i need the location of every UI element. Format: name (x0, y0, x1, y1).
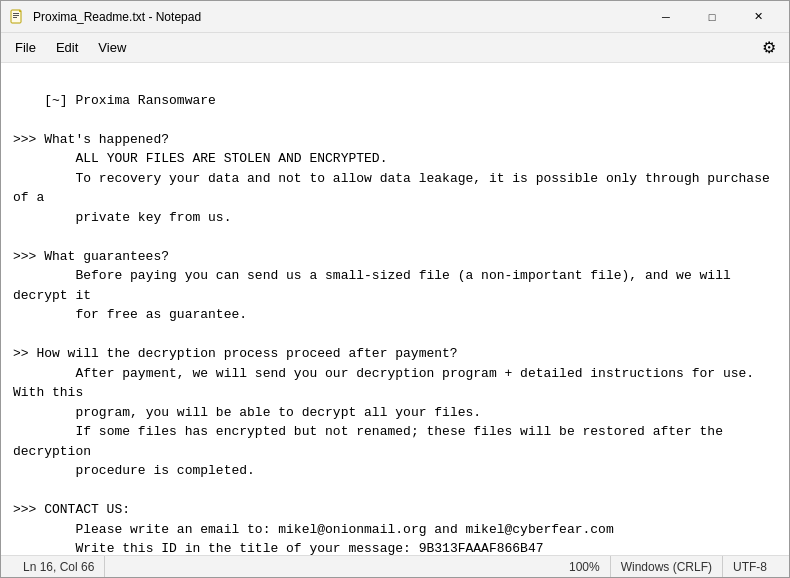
settings-icon[interactable]: ⚙ (753, 34, 785, 62)
window-controls: ─ □ ✕ (643, 1, 781, 33)
editor-content: [~] Proxima Ransomware >>> What's happen… (13, 93, 778, 556)
close-button[interactable]: ✕ (735, 1, 781, 33)
window-title: Proxima_Readme.txt - Notepad (33, 10, 643, 24)
view-menu[interactable]: View (88, 36, 136, 59)
file-menu[interactable]: File (5, 36, 46, 59)
svg-rect-2 (13, 15, 19, 16)
text-editor[interactable]: [~] Proxima Ransomware >>> What's happen… (1, 63, 789, 555)
cursor-position: Ln 16, Col 66 (13, 556, 105, 577)
maximize-button[interactable]: □ (689, 1, 735, 33)
svg-rect-3 (13, 17, 17, 18)
minimize-button[interactable]: ─ (643, 1, 689, 33)
zoom-level: 100% (559, 556, 611, 577)
titlebar: Proxima_Readme.txt - Notepad ─ □ ✕ (1, 1, 789, 33)
gear-icon: ⚙ (762, 38, 776, 57)
encoding: UTF-8 (723, 556, 777, 577)
app-icon (9, 9, 25, 25)
edit-menu[interactable]: Edit (46, 36, 88, 59)
line-ending: Windows (CRLF) (611, 556, 723, 577)
svg-rect-1 (13, 13, 19, 14)
notepad-window: Proxima_Readme.txt - Notepad ─ □ ✕ File … (0, 0, 790, 578)
menubar: File Edit View ⚙ (1, 33, 789, 63)
statusbar: Ln 16, Col 66 100% Windows (CRLF) UTF-8 (1, 555, 789, 577)
